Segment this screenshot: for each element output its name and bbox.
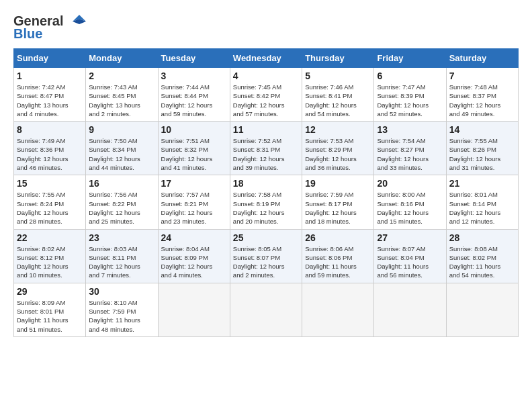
day-info: Sunrise: 7:55 AM Sunset: 8:26 PM Dayligh… bbox=[449, 136, 515, 172]
column-header-tuesday: Tuesday bbox=[158, 49, 230, 68]
day-info: Sunrise: 7:57 AM Sunset: 8:21 PM Dayligh… bbox=[161, 190, 227, 226]
day-info: Sunrise: 8:00 AM Sunset: 8:16 PM Dayligh… bbox=[377, 190, 443, 226]
day-info: Sunrise: 7:51 AM Sunset: 8:32 PM Dayligh… bbox=[161, 136, 227, 172]
calendar-cell: 4Sunrise: 7:45 AM Sunset: 8:42 PM Daylig… bbox=[230, 68, 302, 122]
day-number: 11 bbox=[233, 124, 299, 135]
day-number: 18 bbox=[233, 178, 299, 189]
day-info: Sunrise: 7:45 AM Sunset: 8:42 PM Dayligh… bbox=[233, 83, 299, 118]
column-header-wednesday: Wednesday bbox=[230, 49, 302, 68]
day-info: Sunrise: 7:47 AM Sunset: 8:39 PM Dayligh… bbox=[377, 83, 443, 118]
day-number: 1 bbox=[17, 71, 83, 81]
day-info: Sunrise: 8:10 AM Sunset: 7:59 PM Dayligh… bbox=[89, 298, 154, 334]
day-number: 7 bbox=[449, 71, 515, 81]
day-info: Sunrise: 8:05 AM Sunset: 8:07 PM Dayligh… bbox=[233, 244, 299, 280]
calendar-cell: 12Sunrise: 7:53 AM Sunset: 8:29 PM Dayli… bbox=[302, 122, 374, 175]
calendar-cell: 1Sunrise: 7:42 AM Sunset: 8:47 PM Daylig… bbox=[14, 68, 86, 122]
day-number: 17 bbox=[161, 178, 227, 189]
calendar-cell: 28Sunrise: 8:08 AM Sunset: 8:02 PM Dayli… bbox=[446, 229, 518, 283]
calendar-cell: 30Sunrise: 8:10 AM Sunset: 7:59 PM Dayli… bbox=[86, 283, 158, 336]
calendar-cell: 22Sunrise: 8:02 AM Sunset: 8:12 PM Dayli… bbox=[14, 229, 86, 283]
day-number: 29 bbox=[17, 286, 83, 297]
day-number: 12 bbox=[305, 124, 371, 135]
calendar-cell: 13Sunrise: 7:54 AM Sunset: 8:27 PM Dayli… bbox=[374, 122, 446, 175]
calendar-cell: 6Sunrise: 7:47 AM Sunset: 8:39 PM Daylig… bbox=[374, 68, 446, 122]
calendar-cell: 20Sunrise: 8:00 AM Sunset: 8:16 PM Dayli… bbox=[374, 175, 446, 229]
logo-text-blue: Blue bbox=[13, 26, 42, 42]
day-number: 14 bbox=[449, 124, 515, 135]
calendar-cell: 9Sunrise: 7:50 AM Sunset: 8:34 PM Daylig… bbox=[86, 122, 158, 175]
calendar-cell: 18Sunrise: 7:58 AM Sunset: 8:19 PM Dayli… bbox=[230, 175, 302, 229]
logo-bird-icon bbox=[66, 15, 86, 28]
day-info: Sunrise: 7:49 AM Sunset: 8:36 PM Dayligh… bbox=[17, 136, 83, 172]
day-info: Sunrise: 7:58 AM Sunset: 8:19 PM Dayligh… bbox=[233, 190, 299, 226]
day-info: Sunrise: 8:01 AM Sunset: 8:14 PM Dayligh… bbox=[449, 190, 515, 226]
calendar-cell: 26Sunrise: 8:06 AM Sunset: 8:06 PM Dayli… bbox=[302, 229, 374, 283]
calendar-cell: 19Sunrise: 7:59 AM Sunset: 8:17 PM Dayli… bbox=[302, 175, 374, 229]
column-header-monday: Monday bbox=[86, 49, 158, 68]
day-number: 30 bbox=[89, 286, 154, 297]
day-info: Sunrise: 8:04 AM Sunset: 8:09 PM Dayligh… bbox=[161, 244, 227, 280]
day-number: 3 bbox=[161, 71, 227, 81]
calendar-cell bbox=[230, 283, 302, 336]
day-info: Sunrise: 8:03 AM Sunset: 8:11 PM Dayligh… bbox=[89, 244, 154, 280]
day-number: 8 bbox=[17, 124, 83, 135]
week-row-5: 29Sunrise: 8:09 AM Sunset: 8:01 PM Dayli… bbox=[14, 283, 519, 336]
day-number: 13 bbox=[377, 124, 443, 135]
day-info: Sunrise: 7:59 AM Sunset: 8:17 PM Dayligh… bbox=[305, 190, 371, 226]
day-info: Sunrise: 7:56 AM Sunset: 8:22 PM Dayligh… bbox=[89, 190, 154, 226]
day-number: 4 bbox=[233, 71, 299, 81]
column-header-saturday: Saturday bbox=[446, 49, 518, 68]
calendar-cell: 21Sunrise: 8:01 AM Sunset: 8:14 PM Dayli… bbox=[446, 175, 518, 229]
calendar-cell: 15Sunrise: 7:55 AM Sunset: 8:24 PM Dayli… bbox=[14, 175, 86, 229]
day-info: Sunrise: 8:02 AM Sunset: 8:12 PM Dayligh… bbox=[17, 244, 83, 280]
day-info: Sunrise: 8:06 AM Sunset: 8:06 PM Dayligh… bbox=[305, 244, 371, 280]
column-header-thursday: Thursday bbox=[302, 49, 374, 68]
day-info: Sunrise: 7:50 AM Sunset: 8:34 PM Dayligh… bbox=[89, 136, 154, 172]
day-number: 25 bbox=[233, 232, 299, 243]
day-number: 9 bbox=[89, 124, 154, 135]
calendar-cell bbox=[374, 283, 446, 336]
column-header-sunday: Sunday bbox=[14, 49, 86, 68]
day-info: Sunrise: 7:53 AM Sunset: 8:29 PM Dayligh… bbox=[305, 136, 371, 172]
logo: General Blue bbox=[13, 13, 86, 42]
day-number: 10 bbox=[161, 124, 227, 135]
calendar-cell bbox=[158, 283, 230, 336]
day-info: Sunrise: 7:52 AM Sunset: 8:31 PM Dayligh… bbox=[233, 136, 299, 172]
day-number: 28 bbox=[449, 232, 515, 243]
day-info: Sunrise: 8:09 AM Sunset: 8:01 PM Dayligh… bbox=[17, 298, 83, 334]
day-info: Sunrise: 8:07 AM Sunset: 8:04 PM Dayligh… bbox=[377, 244, 443, 280]
day-number: 5 bbox=[305, 71, 371, 81]
day-number: 23 bbox=[89, 232, 154, 243]
calendar-cell: 29Sunrise: 8:09 AM Sunset: 8:01 PM Dayli… bbox=[14, 283, 86, 336]
header-row: SundayMondayTuesdayWednesdayThursdayFrid… bbox=[14, 49, 519, 68]
day-info: Sunrise: 7:48 AM Sunset: 8:37 PM Dayligh… bbox=[449, 83, 515, 118]
calendar-cell: 5Sunrise: 7:46 AM Sunset: 8:41 PM Daylig… bbox=[302, 68, 374, 122]
day-info: Sunrise: 7:46 AM Sunset: 8:41 PM Dayligh… bbox=[305, 83, 371, 118]
calendar-cell: 10Sunrise: 7:51 AM Sunset: 8:32 PM Dayli… bbox=[158, 122, 230, 175]
day-info: Sunrise: 7:43 AM Sunset: 8:45 PM Dayligh… bbox=[89, 83, 154, 118]
day-number: 24 bbox=[161, 232, 227, 243]
day-info: Sunrise: 8:08 AM Sunset: 8:02 PM Dayligh… bbox=[449, 244, 515, 280]
day-number: 22 bbox=[17, 232, 83, 243]
day-number: 15 bbox=[17, 178, 83, 189]
day-number: 26 bbox=[305, 232, 371, 243]
day-number: 19 bbox=[305, 178, 371, 189]
calendar-cell: 24Sunrise: 8:04 AM Sunset: 8:09 PM Dayli… bbox=[158, 229, 230, 283]
day-number: 27 bbox=[377, 232, 443, 243]
day-number: 6 bbox=[377, 71, 443, 81]
day-number: 16 bbox=[89, 178, 154, 189]
calendar-cell: 3Sunrise: 7:44 AM Sunset: 8:44 PM Daylig… bbox=[158, 68, 230, 122]
calendar-cell bbox=[446, 283, 518, 336]
week-row-4: 22Sunrise: 8:02 AM Sunset: 8:12 PM Dayli… bbox=[14, 229, 519, 283]
calendar-table: SundayMondayTuesdayWednesdayThursdayFrid… bbox=[13, 48, 519, 337]
column-header-friday: Friday bbox=[374, 49, 446, 68]
calendar-cell bbox=[302, 283, 374, 336]
day-info: Sunrise: 7:44 AM Sunset: 8:44 PM Dayligh… bbox=[161, 83, 227, 118]
day-number: 20 bbox=[377, 178, 443, 189]
day-number: 21 bbox=[449, 178, 515, 189]
day-number: 2 bbox=[89, 71, 154, 81]
header: General Blue bbox=[13, 13, 519, 42]
week-row-1: 1Sunrise: 7:42 AM Sunset: 8:47 PM Daylig… bbox=[14, 68, 519, 122]
calendar-cell: 25Sunrise: 8:05 AM Sunset: 8:07 PM Dayli… bbox=[230, 229, 302, 283]
day-info: Sunrise: 7:42 AM Sunset: 8:47 PM Dayligh… bbox=[17, 83, 83, 118]
